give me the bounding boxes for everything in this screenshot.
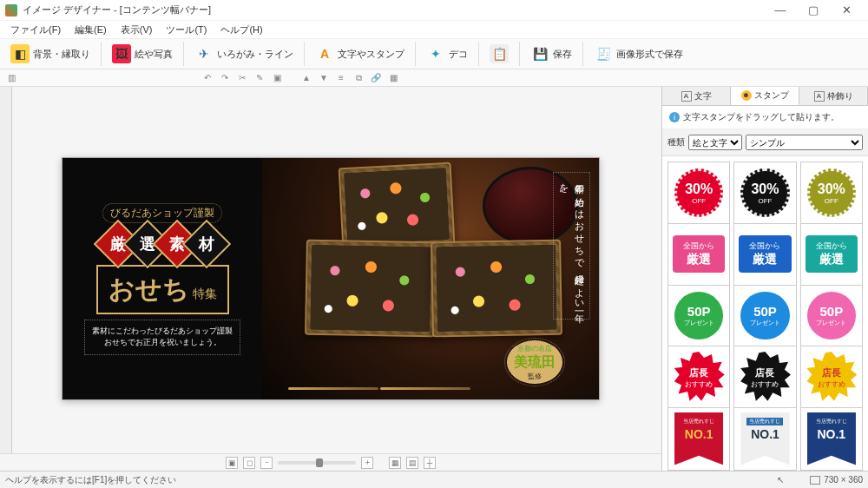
stamp-item[interactable]: 店長おすすめ [667, 346, 730, 408]
vertical-ruler [0, 87, 12, 471]
type-select[interactable]: 絵と文字 [688, 135, 742, 150]
cut-icon[interactable]: ✂ [236, 72, 248, 84]
toolbar-separator [101, 42, 102, 66]
tool-text-stamp[interactable]: A文字やスタンプ [308, 43, 411, 65]
brush-icon[interactable]: ✎ [253, 72, 266, 84]
toolbar-separator [304, 42, 305, 66]
dimensions-icon [810, 476, 820, 485]
stamp-t1: 全国から [673, 241, 725, 252]
panel-filter: 種類 絵と文字 シンプル [662, 129, 868, 156]
stamp-item[interactable]: 50Pプレゼント [667, 285, 730, 347]
tool-background[interactable]: ◧背景・縁取り [3, 43, 97, 65]
tool-save[interactable]: 💾保存 [523, 43, 579, 65]
tab-frame-label: 枠飾り [827, 90, 853, 102]
snap-toggle-icon[interactable]: ▤ [406, 457, 418, 469]
menu-edit[interactable]: 編集(E) [69, 22, 112, 38]
redo-icon[interactable]: ↷ [219, 72, 231, 84]
maximize-button[interactable]: ▢ [797, 1, 830, 20]
main-area: 新年の始めはおせちで 縁起のよい一年を。 京都の名店 美琉田 監修 びるだあショ… [0, 87, 868, 471]
tab-stamp[interactable]: ☻スタンプ [731, 87, 799, 105]
zoom-100-icon[interactable]: ◻ [243, 457, 255, 469]
tool-save-image[interactable]: 🧾画像形式で保存 [587, 43, 690, 65]
menu-tool[interactable]: ツール(T) [161, 22, 212, 38]
maker-ribbon[interactable]: びるだあショップ謹製 [102, 203, 222, 223]
grid-icon[interactable]: ▦ [387, 72, 399, 84]
stamp-t2: 厳選 [806, 252, 858, 267]
tool-text-label: 文字やスタンプ [338, 48, 404, 61]
stamp-item[interactable]: 全国から厳選 [667, 223, 730, 286]
stamp-item[interactable]: 当店売れすじNO.1 [800, 407, 863, 470]
zoom-out-icon[interactable]: － [260, 457, 273, 469]
stamp-t2: 厳選 [739, 252, 791, 267]
grid-toggle-icon[interactable]: ▦ [389, 457, 401, 469]
title-frame[interactable]: おせち 特集 [96, 265, 229, 314]
supervisor-stamp[interactable]: 京都の名店 美琉田 監修 [507, 340, 562, 384]
stamp-bar: 当店売れすじ [683, 418, 714, 425]
panel-tabs: A文字 ☻スタンプ A枠飾り [662, 87, 868, 106]
stamp-item[interactable]: 30%OFF [667, 162, 730, 224]
description-box[interactable]: 素材にこだわったびるだあショップ謹製 おせちでお正月を祝いましょう。 [84, 320, 240, 355]
style-select[interactable]: シンプル [746, 135, 863, 150]
stamp-item[interactable]: 30%OFF [800, 162, 863, 224]
stamp-item[interactable]: 店長おすすめ [733, 346, 796, 408]
zoom-in-icon[interactable]: ＋ [361, 457, 373, 469]
toolbar-separator [519, 42, 520, 66]
stamp-item[interactable]: 全国から厳選 [800, 223, 863, 286]
ruler-icon[interactable]: ▥ [5, 72, 17, 84]
stamp-big: 30% [751, 181, 779, 197]
toolbar-separator [478, 42, 479, 66]
stamp-item[interactable]: 店長おすすめ [800, 346, 863, 408]
vertical-copy[interactable]: 新年の始めはおせちで 縁起のよい一年を。 [553, 172, 590, 320]
type-label: 種類 [667, 136, 685, 148]
tab-text[interactable]: A文字 [662, 87, 731, 105]
banner-artwork[interactable]: 新年の始めはおせちで 縁起のよい一年を。 京都の名店 美琉田 監修 びるだあショ… [62, 157, 600, 400]
undo-icon[interactable]: ↶ [201, 72, 214, 84]
stamp-item[interactable]: 全国から厳選 [733, 223, 796, 286]
stamp-t1: 店長 [755, 366, 774, 379]
tab-frame[interactable]: A枠飾り [799, 87, 868, 105]
title-bar: イメージ デザイナー - [コンテンツ幅バナー] ― ▢ ✕ [0, 0, 868, 21]
stamp-item[interactable]: 50Pプレゼント [800, 285, 863, 347]
stamp-big: 50P [753, 304, 777, 319]
layer-up-icon[interactable]: ▲ [300, 72, 312, 84]
window-title: イメージ デザイナー - [コンテンツ幅バナー] [23, 3, 764, 16]
layer-down-icon[interactable]: ▼ [318, 72, 330, 84]
stamp-bar: 当店売れすじ [816, 418, 847, 425]
minimize-button[interactable]: ― [764, 1, 797, 20]
desc-line-1: 素材にこだわったびるだあショップ謹製 [92, 326, 233, 338]
stamp-item[interactable]: 50Pプレゼント [733, 285, 796, 347]
toolbar-separator [183, 42, 184, 66]
fill-icon[interactable]: ▣ [271, 72, 283, 84]
tool-deco[interactable]: ✦デコ [419, 43, 475, 65]
fit-icon[interactable]: ▣ [226, 457, 238, 469]
menu-view[interactable]: 表示(V) [115, 22, 158, 38]
stamp-t2: おすすめ [685, 379, 713, 389]
close-button[interactable]: ✕ [830, 1, 863, 20]
tool-photo[interactable]: 🖼絵や写真 [105, 43, 180, 65]
tokushu-text: 特集 [193, 287, 217, 302]
zoom-bar: ▣ ◻ － ＋ ▦ ▤ ┼ [0, 453, 661, 471]
tab-text-label: 文字 [694, 90, 712, 102]
stamp-big: 50P [687, 304, 711, 319]
menu-help[interactable]: ヘルプ(H) [215, 22, 267, 38]
tool-origami[interactable]: ✈いろがみ・ライン [187, 43, 300, 65]
diamond-row[interactable]: 厳 選 素 材 [103, 228, 221, 260]
menu-file[interactable]: ファイル(F) [5, 22, 66, 38]
banner-text-block: びるだあショップ謹製 厳 選 素 材 おせち 特集 素材にこだわったびるだあショ… [62, 158, 262, 399]
stamp-bot-text: 監修 [528, 372, 542, 381]
guides-toggle-icon[interactable]: ┼ [424, 457, 436, 469]
canvas-area[interactable]: 新年の始めはおせちで 縁起のよい一年を。 京都の名店 美琉田 監修 びるだあショ… [0, 87, 661, 471]
link-icon[interactable]: 🔗 [370, 72, 382, 84]
stamp-item[interactable]: 30%OFF [733, 162, 796, 224]
zoom-slider[interactable] [278, 461, 356, 465]
stamp-item[interactable]: 当店売れすじNO.1 [667, 407, 730, 470]
align-icon[interactable]: ≡ [335, 72, 347, 84]
stamp-sm: プレゼント [816, 319, 846, 327]
stamp-t1: 全国から [739, 241, 791, 252]
toolbar-separator [582, 42, 583, 66]
stamp-sm: プレゼント [684, 319, 714, 327]
tool-paste[interactable]: 📋 [483, 43, 516, 65]
tool-photo-label: 絵や写真 [135, 48, 173, 61]
group-icon[interactable]: ⧉ [352, 72, 365, 84]
stamp-item[interactable]: 当店売れすじNO.1 [733, 407, 796, 470]
